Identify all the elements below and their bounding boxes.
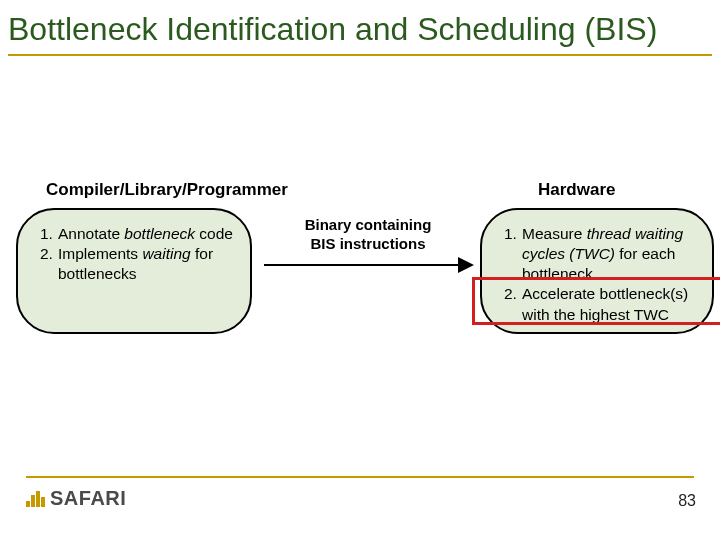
list-num: 1. [504, 224, 522, 284]
arrow-head-icon [458, 257, 474, 273]
footer-rule [26, 476, 694, 478]
logo-text: SAFARI [50, 487, 126, 510]
header-left: Compiler/Library/Programmer [46, 180, 288, 200]
arrow-label-line1: Binary containing [264, 216, 472, 235]
list-num: 2. [40, 244, 58, 284]
arrow-icon [256, 258, 480, 272]
header-right: Hardware [538, 180, 615, 200]
list-num: 1. [40, 224, 58, 244]
arrow-line [264, 264, 460, 266]
page-number: 83 [678, 492, 696, 510]
list-text: Implements waiting for bottlenecks [58, 244, 234, 284]
logo-mark-icon [26, 491, 44, 507]
list-text: Annotate bottleneck code [58, 224, 234, 244]
slide: Bottleneck Identification and Scheduling… [0, 0, 720, 540]
diagram: 1. Annotate bottleneck code 2. Implement… [16, 208, 716, 348]
compiler-box: 1. Annotate bottleneck code 2. Implement… [16, 208, 252, 334]
list-text: Measure thread waiting cycles (TWC) for … [522, 224, 696, 284]
arrow-block: Binary containing BIS instructions [256, 216, 480, 272]
compiler-list: 1. Annotate bottleneck code 2. Implement… [40, 224, 234, 284]
title-underline [8, 54, 712, 56]
list-item: 1. Measure thread waiting cycles (TWC) f… [504, 224, 696, 284]
title-block: Bottleneck Identification and Scheduling… [0, 0, 720, 56]
list-item: 2. Implements waiting for bottlenecks [40, 244, 234, 284]
list-item: 1. Annotate bottleneck code [40, 224, 234, 244]
arrow-label: Binary containing BIS instructions [256, 216, 480, 254]
arrow-label-line2: BIS instructions [264, 235, 472, 254]
slide-title: Bottleneck Identification and Scheduling… [8, 10, 712, 48]
safari-logo: SAFARI [26, 487, 126, 510]
highlight-rectangle [472, 277, 720, 325]
